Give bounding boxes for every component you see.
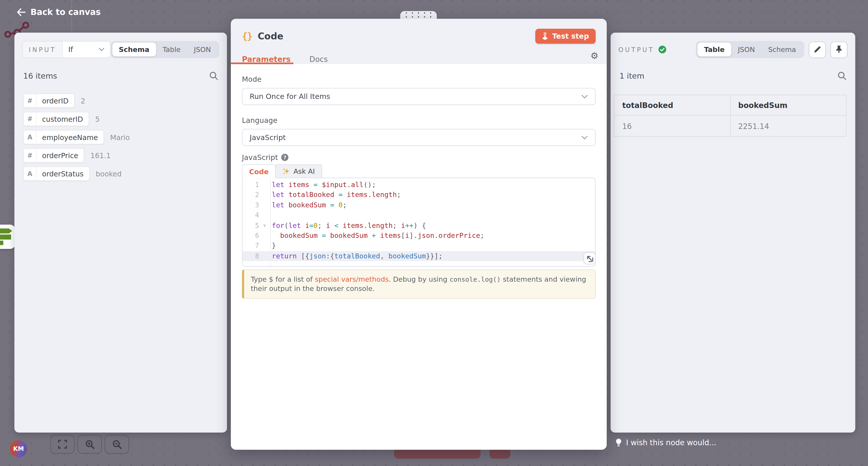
fit-view-button[interactable] (51, 435, 75, 454)
input-items-count: 16 items (23, 71, 57, 80)
input-node-select[interactable]: If (62, 41, 110, 58)
zoom-out-button[interactable] (105, 435, 129, 454)
fold-gutter (259, 180, 270, 190)
input-panel-label: INPUT (23, 41, 62, 58)
pencil-icon (814, 46, 821, 53)
editor-hint: Type $ for a list of special vars/method… (242, 269, 596, 299)
output-tab-table[interactable]: Table (698, 43, 731, 57)
code-line[interactable]: 1let items = $input.all(); (243, 180, 595, 190)
arrow-left-icon (17, 8, 25, 16)
schema-field-name: orderStatus (37, 167, 89, 180)
drag-dots-icon (405, 12, 431, 18)
schema-field-name: orderPrice (37, 149, 84, 162)
fold-gutter (259, 241, 270, 251)
code-line[interactable]: 4 (243, 210, 595, 221)
schema-item: AorderStatusbooked (23, 166, 218, 181)
editor-tab-code[interactable]: Code (242, 164, 276, 178)
schema-field-value: Mario (110, 133, 130, 141)
input-tab-json[interactable]: JSON (187, 43, 217, 57)
code-line[interactable]: 2let totalBooked = items.length; (243, 190, 595, 200)
lightbulb-icon (615, 438, 622, 447)
back-to-canvas-button[interactable]: Back to canvas (17, 7, 101, 17)
input-tab-schema[interactable]: Schema (112, 43, 156, 57)
line-number: 5 (243, 221, 259, 231)
schema-field-pill[interactable]: #orderID (23, 94, 74, 108)
test-step-button[interactable]: Test step (535, 29, 596, 43)
editor-tab-ask-ai[interactable]: Ask AI (275, 164, 322, 177)
expand-editor-button[interactable] (583, 252, 596, 265)
code-text: bookedSum = bookedSum + items[i].json.or… (270, 231, 595, 241)
line-number: 1 (243, 180, 259, 190)
output-panel-label: OUTPUT (618, 46, 654, 53)
node-title: Code (258, 31, 283, 41)
schema-field-pill[interactable]: AorderStatus (23, 166, 90, 181)
schema-field-value: 161.1 (90, 151, 111, 160)
code-line[interactable]: 5∨for(let i=0; i < items.length; i++) { (243, 221, 595, 231)
mode-label: Mode (242, 75, 596, 84)
pin-icon (835, 45, 843, 54)
canvas-node-partial[interactable] (0, 225, 16, 249)
code-line[interactable]: 6 bookedSum = bookedSum + items[i].json.… (243, 231, 595, 241)
line-number: 6 (243, 231, 259, 241)
code-line[interactable]: 8return [{json:{totalBooked, bookedSum}}… (243, 251, 595, 261)
editor-language-label: JavaScript (242, 153, 278, 162)
node-feedback-button[interactable]: I wish this node would... (615, 438, 716, 447)
chevron-down-icon (98, 48, 104, 52)
output-items-count: 1 item (619, 71, 644, 80)
output-table: totalBooked bookedSum 16 2251.14 (614, 95, 846, 137)
schema-field-name: customerID (37, 112, 89, 126)
pin-data-button[interactable] (830, 41, 847, 58)
code-text: let totalBooked = items.length; (270, 190, 595, 200)
line-number: 3 (243, 200, 259, 210)
schema-list: #orderID2#customerID5AemployeeNameMario#… (14, 94, 227, 181)
code-line[interactable]: 3let bookedSum = 0; (243, 200, 595, 210)
schema-field-pill[interactable]: #customerID (23, 112, 89, 126)
schema-field-pill[interactable]: #orderPrice (23, 148, 84, 163)
schema-field-value: 2 (81, 96, 85, 105)
search-icon[interactable] (837, 71, 846, 80)
fold-gutter (259, 210, 270, 221)
language-select[interactable]: JavaScript (242, 129, 596, 146)
input-tab-table[interactable]: Table (156, 43, 187, 57)
chevron-down-icon (581, 94, 588, 99)
code-editor[interactable]: 1let items = $input.all();2let totalBook… (242, 177, 596, 267)
success-check-icon (658, 45, 666, 54)
help-icon[interactable]: ? (281, 154, 289, 161)
zoom-in-icon (85, 440, 94, 449)
output-panel: OUTPUT Table JSON Schema (611, 33, 855, 433)
line-number: 4 (243, 210, 259, 221)
tab-docs[interactable]: Docs (309, 55, 328, 64)
code-node-modal: {} Code Test step Parameters Docs ⚙ Mode (231, 19, 607, 450)
line-number: 7 (243, 241, 259, 251)
special-vars-link[interactable]: special vars/methods (315, 275, 389, 283)
output-tab-json[interactable]: JSON (731, 43, 762, 57)
schema-field-name: employeeName (37, 131, 103, 144)
expand-icon (586, 255, 593, 262)
flask-icon (542, 32, 548, 39)
mode-select[interactable]: Run Once for All Items (242, 88, 596, 105)
edit-output-button[interactable] (809, 41, 826, 58)
output-cell-totalbooked: 16 (614, 115, 730, 136)
line-number: 2 (243, 190, 259, 200)
schema-field-value: 5 (95, 115, 100, 123)
zoom-out-icon (112, 440, 122, 449)
number-type-icon: # (24, 94, 36, 107)
code-text: for(let i=0; i < items.length; i++) { (270, 221, 595, 231)
search-icon[interactable] (209, 71, 218, 80)
number-type-icon: # (24, 112, 36, 126)
code-text: return [{json:{totalBooked, bookedSum}}]… (270, 251, 595, 261)
avatar[interactable]: KM (10, 440, 27, 458)
zoom-in-button[interactable] (78, 435, 102, 454)
chevron-down-icon (581, 135, 588, 140)
output-col-totalbooked: totalBooked (614, 95, 730, 115)
ndv-drag-handle[interactable] (400, 11, 437, 19)
output-tab-schema[interactable]: Schema (762, 43, 803, 57)
code-lines: 1let items = $input.all();2let totalBook… (243, 180, 595, 261)
schema-field-pill[interactable]: AemployeeName (23, 130, 104, 144)
number-type-icon: # (24, 149, 36, 162)
code-line[interactable]: 7} (243, 241, 595, 251)
node-settings-gear-icon[interactable]: ⚙ (590, 52, 598, 60)
fold-chevron-icon[interactable]: ∨ (259, 221, 270, 231)
input-panel: INPUT If Schema Table JSON 16 items #ord… (14, 33, 227, 433)
fold-gutter (259, 231, 270, 241)
